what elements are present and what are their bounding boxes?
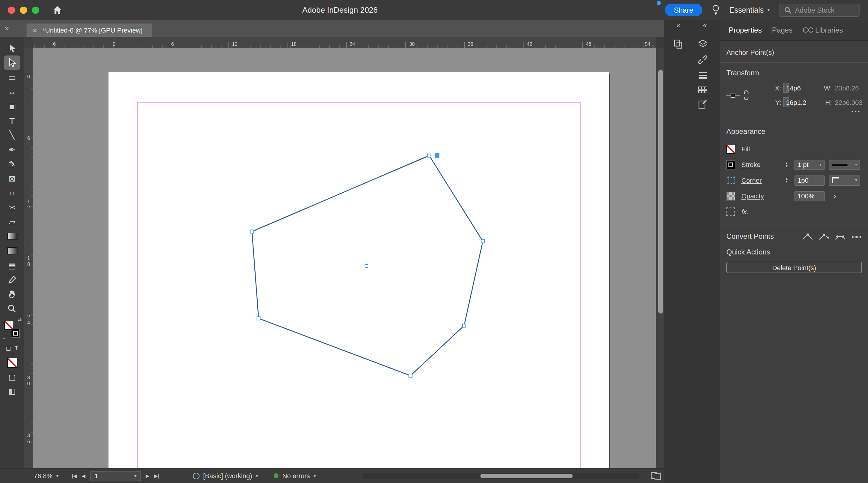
line-tool[interactable]: ╲ xyxy=(4,128,20,142)
normal-screen-mode-button[interactable]: ▢ xyxy=(8,373,16,382)
preview-screen-mode-button[interactable]: ◧ xyxy=(8,387,16,396)
free-transform-tool[interactable]: ▱ xyxy=(4,215,20,229)
convert-symmetric-icon[interactable] xyxy=(851,233,862,240)
chevron-down-icon: ▾ xyxy=(855,162,857,167)
fill-swatch[interactable] xyxy=(726,144,735,153)
right-panel-dock: « « xyxy=(664,20,868,483)
convert-corner-icon[interactable] xyxy=(818,233,830,240)
stock-search-input[interactable]: Adobe Stock xyxy=(779,3,860,17)
stroke-swatch[interactable] xyxy=(726,160,735,169)
convert-smooth-icon[interactable] xyxy=(835,233,846,240)
document-tabbar: » × *Untitled-6 @ 77% [GPU Preview] xyxy=(0,20,664,37)
document-tab[interactable]: × *Untitled-6 @ 77% [GPU Preview] xyxy=(27,24,152,37)
close-tab-icon[interactable]: × xyxy=(33,26,37,34)
layers-panel-icon[interactable] xyxy=(695,37,710,51)
ruler-origin-corner[interactable] xyxy=(24,37,34,48)
collapse-dock-icon[interactable]: « xyxy=(676,21,679,30)
vertical-scrollbar[interactable] xyxy=(656,48,665,468)
fx-button[interactable]: fx. xyxy=(741,208,779,215)
stroke-panel-icon[interactable] xyxy=(695,68,710,83)
tab-cc-libraries[interactable]: CC Libraries xyxy=(803,26,843,34)
collapse-dock-icon[interactable]: « xyxy=(703,21,706,30)
more-options-icon[interactable]: ••• xyxy=(726,109,861,115)
note-tool[interactable]: ▤ xyxy=(4,258,20,273)
stroke-label[interactable]: Stroke xyxy=(741,161,779,168)
preflight-status-menu[interactable]: No errors ▾ xyxy=(274,472,316,479)
page-navigation: |◀ ◀ 1 ▾ ▶ ▶| xyxy=(72,471,159,481)
edit-page-icon[interactable] xyxy=(695,97,710,112)
tab-overflow-icon[interactable]: » xyxy=(5,24,7,33)
opacity-input[interactable]: 100% xyxy=(795,191,825,201)
first-page-button[interactable]: |◀ xyxy=(72,473,76,479)
home-icon[interactable] xyxy=(51,4,63,16)
stroke-swatch-black[interactable] xyxy=(11,329,20,338)
corner-radius-stepper[interactable]: ▴▾ xyxy=(783,177,790,183)
tab-pages[interactable]: Pages xyxy=(772,26,792,34)
formatting-text-icon[interactable]: T xyxy=(14,345,18,352)
content-collector-tool[interactable]: ▣ xyxy=(4,99,20,113)
stroke-row: Stroke ▴▾ 1 pt ▾ ▾ xyxy=(726,157,862,173)
swatches-panel-icon[interactable] xyxy=(695,83,710,97)
close-window-button[interactable] xyxy=(8,6,15,13)
horizontal-scrollbar-thumb[interactable] xyxy=(480,474,572,478)
fill-swatch-none[interactable] xyxy=(4,321,13,330)
reference-point-icon[interactable] xyxy=(726,90,741,100)
scissors-tool[interactable]: ✂ xyxy=(4,200,20,215)
canvas-pasteboard[interactable] xyxy=(33,48,656,468)
corner-radius-input[interactable]: 1p0 xyxy=(795,175,825,185)
selection-tool[interactable] xyxy=(4,41,20,56)
chevron-right-icon[interactable]: › xyxy=(834,192,860,200)
vertical-ruler[interactable]: 0 6 12 18 24 30 36 xyxy=(24,48,34,468)
pencil-tool[interactable]: ✎ xyxy=(4,157,20,171)
stroke-type-select[interactable]: ▾ xyxy=(829,159,860,170)
minimize-window-button[interactable] xyxy=(20,6,27,13)
zoom-level-select[interactable]: 76.8% ▾ xyxy=(34,472,59,479)
share-button[interactable]: Share xyxy=(665,4,702,16)
last-page-button[interactable]: ▶| xyxy=(154,473,159,479)
hand-tool[interactable] xyxy=(4,287,20,302)
convert-line-end-icon[interactable] xyxy=(802,233,813,240)
pages-panel-icon[interactable] xyxy=(671,37,685,51)
constrain-proportions-icon[interactable] xyxy=(742,90,750,100)
corner-label[interactable]: Corner xyxy=(741,177,779,184)
gradient-swatch-tool[interactable] xyxy=(4,229,20,244)
next-page-button[interactable]: ▶ xyxy=(146,473,149,479)
corner-style-select[interactable]: ▾ xyxy=(829,175,860,185)
zoom-tool[interactable] xyxy=(4,302,20,316)
workspace-switcher[interactable]: Essentials ▾ xyxy=(730,6,770,14)
y-input[interactable]: 16p1.2 xyxy=(783,97,789,107)
object-style-icon[interactable] xyxy=(726,207,735,216)
chevron-down-icon: ▾ xyxy=(56,473,59,479)
polygon-shape[interactable] xyxy=(33,48,656,468)
rectangle-frame-tool[interactable]: ⊠ xyxy=(4,171,20,186)
preflight-menu[interactable]: [Basic] (working) ▾ xyxy=(193,472,258,479)
type-tool[interactable]: T xyxy=(4,113,20,128)
swap-fill-stroke-icon[interactable]: ⇄ xyxy=(18,317,22,323)
eyedropper-tool[interactable] xyxy=(4,273,20,287)
horizontal-ruler[interactable]: 6 0 6 12 18 24 30 36 42 48 54 xyxy=(33,37,656,48)
links-panel-icon[interactable] xyxy=(695,53,710,67)
gap-tool[interactable]: ↔ xyxy=(4,84,20,99)
indesign-app: Adobe InDesign 2026 Share Essentials ▾ A… xyxy=(0,0,868,483)
pen-tool[interactable]: ✒ xyxy=(4,142,20,157)
stroke-weight-select[interactable]: 1 pt ▾ xyxy=(795,159,825,170)
default-swatches-icon[interactable]: ▫▪ xyxy=(2,336,4,340)
vertical-scrollbar-thumb[interactable] xyxy=(658,70,663,313)
formatting-container-icon[interactable]: ◻ xyxy=(6,345,11,352)
delete-points-button[interactable]: Delete Point(s) xyxy=(726,262,862,273)
direct-selection-tool[interactable] xyxy=(4,56,20,70)
stroke-weight-stepper[interactable]: ▴▾ xyxy=(783,161,790,168)
x-input[interactable]: 14p6 xyxy=(783,83,789,93)
gradient-feather-tool[interactable] xyxy=(4,244,20,258)
horizontal-scrollbar[interactable] xyxy=(362,473,639,479)
page-tool[interactable]: ▭ xyxy=(4,70,20,84)
apply-none-button[interactable] xyxy=(7,358,17,368)
page-number-select[interactable]: 1 ▾ xyxy=(90,471,141,481)
tab-properties[interactable]: Properties xyxy=(729,26,762,34)
ellipse-tool[interactable]: ○ xyxy=(4,186,20,200)
split-window-icon[interactable] xyxy=(651,472,661,479)
zoom-window-button[interactable] xyxy=(32,6,39,13)
lightbulb-icon[interactable] xyxy=(711,4,720,16)
opacity-label[interactable]: Opacity xyxy=(741,192,779,200)
previous-page-button[interactable]: ◀ xyxy=(82,473,85,479)
